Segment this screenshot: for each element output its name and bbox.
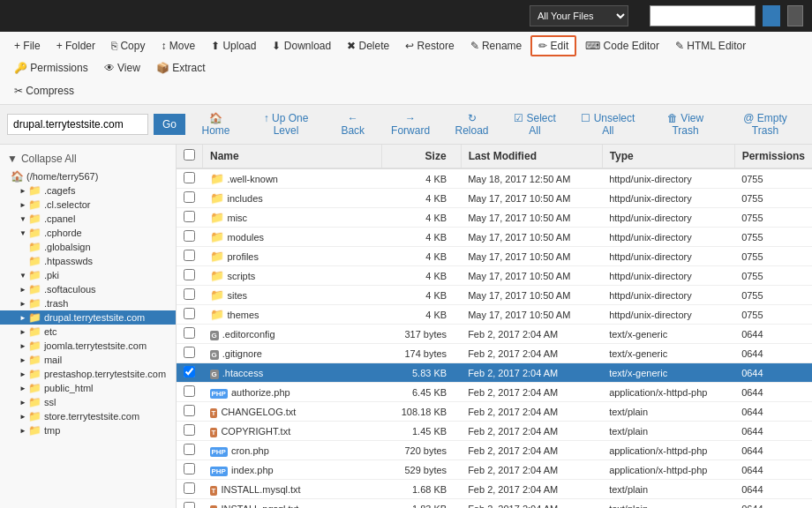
up-one-level-button[interactable]: ↑ Up One Level	[246, 108, 326, 140]
file-tree: 🏠(/home/terry567)► 📁.cagefs► 📁.cl.select…	[0, 168, 176, 439]
search-input[interactable]	[650, 5, 756, 26]
select-all-checkbox[interactable]	[184, 149, 195, 161]
move-button[interactable]: ↕ Move	[154, 36, 202, 56]
table-row[interactable]: 📁themes4 KBMay 17, 2017 10:50 AMhttpd/un…	[177, 305, 812, 325]
view-trash-button[interactable]: 🗑 View Trash	[649, 108, 722, 140]
tree-item[interactable]: ► 📁etc	[0, 325, 176, 339]
table-row[interactable]: TINSTALL.mysql.txt1.68 KBFeb 2, 2017 2:0…	[177, 480, 812, 499]
row-checkbox[interactable]	[184, 250, 195, 261]
col-header-name[interactable]: Name	[203, 145, 382, 168]
row-checkbox[interactable]	[184, 463, 195, 474]
settings-button[interactable]	[787, 5, 803, 26]
row-checkbox[interactable]	[184, 482, 195, 494]
row-checkbox[interactable]	[184, 327, 195, 339]
view-button[interactable]: 👁 View	[97, 58, 147, 78]
file-area: Name Size Last Modified Type Permissions…	[177, 145, 812, 508]
path-input[interactable]	[7, 114, 148, 135]
tree-item[interactable]: 🏠(/home/terry567)	[0, 169, 176, 183]
row-checkbox[interactable]	[184, 191, 195, 203]
home-button[interactable]: 🏠 Home	[189, 108, 243, 140]
row-checkbox[interactable]	[184, 269, 195, 280]
table-row[interactable]: 📁.well-known4 KBMay 18, 2017 12:50 AMhtt…	[177, 168, 812, 189]
col-header-checkbox[interactable]	[177, 145, 203, 168]
row-checkbox[interactable]	[184, 211, 195, 222]
table-row[interactable]: TCHANGELOG.txt108.18 KBFeb 2, 2017 2:04 …	[177, 402, 812, 422]
row-checkbox[interactable]	[184, 424, 195, 436]
tree-item[interactable]: ▼ 📁.cphorde	[0, 226, 176, 240]
table-row[interactable]: G.editorconfig317 bytesFeb 2, 2017 2:04 …	[177, 325, 812, 344]
col-header-modified[interactable]: Last Modified	[461, 145, 602, 168]
table-row[interactable]: PHPauthorize.php6.45 KBFeb 2, 2017 2:04 …	[177, 383, 812, 402]
row-checkbox[interactable]	[184, 308, 195, 319]
table-row[interactable]: G.htaccess5.83 KBFeb 2, 2017 2:04 AMtext…	[177, 363, 812, 383]
select-all-button[interactable]: ☑ Select All	[503, 108, 568, 140]
tree-item[interactable]: ► 📁drupal.terrytestsite.com	[0, 310, 176, 325]
tree-item[interactable]: ► 📁tmp	[0, 423, 176, 437]
tree-item[interactable]: ► 📁.softaculous	[0, 282, 176, 296]
extract-button[interactable]: 📦 Extract	[149, 58, 213, 78]
row-checkbox[interactable]	[184, 502, 195, 508]
tree-item[interactable]: ► 📁joomla.terrytestsite.com	[0, 339, 176, 353]
rename-button[interactable]: ✎ Rename	[463, 36, 530, 56]
row-checkbox[interactable]	[184, 385, 195, 397]
collapse-all-button[interactable]: ▼ Collapse All	[0, 150, 176, 168]
collapse-icon: ▼	[7, 153, 18, 165]
row-checkbox[interactable]	[184, 288, 195, 300]
table-row[interactable]: 📁scripts4 KBMay 17, 2017 10:50 AMhttpd/u…	[177, 266, 812, 286]
copy-button[interactable]: ⎘ Copy	[104, 36, 152, 56]
restore-button[interactable]: ↩ Restore	[398, 36, 461, 56]
tree-item[interactable]: 📁.htpasswds	[0, 254, 176, 268]
row-checkbox[interactable]	[184, 347, 195, 358]
empty-trash-button[interactable]: @ Empty Trash	[726, 108, 805, 140]
path-go-button[interactable]: Go	[154, 114, 185, 135]
upload-button[interactable]: ⬆ Upload	[204, 36, 263, 56]
tree-item[interactable]: ► 📁.cl.selector	[0, 198, 176, 212]
edit-button[interactable]: ✏ Edit	[530, 35, 576, 56]
header: All Your Files File Names Only	[0, 0, 812, 32]
add-file-button[interactable]: + File	[7, 36, 48, 56]
search-scope-select[interactable]: All Your Files File Names Only	[530, 5, 628, 26]
row-checkbox[interactable]	[184, 366, 195, 377]
table-row[interactable]: TINSTALL.pgsql.txt1.83 KBFeb 2, 2017 2:0…	[177, 499, 812, 509]
col-header-size[interactable]: Size	[381, 145, 461, 168]
tree-item[interactable]: ► 📁.trash	[0, 296, 176, 310]
row-checkbox[interactable]	[184, 230, 195, 242]
add-folder-button[interactable]: + Folder	[49, 36, 102, 56]
main-area: ▼ Collapse All 🏠(/home/terry567)► 📁.cage…	[0, 145, 812, 508]
row-checkbox[interactable]	[184, 444, 195, 455]
tree-item[interactable]: ► 📁ssl	[0, 395, 176, 409]
table-row[interactable]: PHPcron.php720 bytesFeb 2, 2017 2:04 AMa…	[177, 441, 812, 460]
tree-item[interactable]: ▼ 📁.cpanel	[0, 212, 176, 226]
delete-button[interactable]: ✖ Delete	[340, 36, 396, 56]
back-button[interactable]: ← Back	[329, 108, 377, 140]
forward-button[interactable]: → Forward	[380, 108, 441, 140]
permissions-button[interactable]: 🔑 Permissions	[7, 58, 95, 78]
table-row[interactable]: TCOPYRIGHT.txt1.45 KBFeb 2, 2017 2:04 AM…	[177, 422, 812, 441]
code-editor-button[interactable]: ⌨ Code Editor	[578, 36, 666, 56]
table-row[interactable]: 📁sites4 KBMay 17, 2017 10:50 AMhttpd/uni…	[177, 286, 812, 305]
reload-button[interactable]: ↻ Reload	[445, 108, 500, 140]
col-header-type[interactable]: Type	[602, 145, 734, 168]
table-row[interactable]: PHPindex.php529 bytesFeb 2, 2017 2:04 AM…	[177, 460, 812, 480]
tree-item[interactable]: ► 📁store.terrytestsite.com	[0, 409, 176, 423]
tree-item[interactable]: ► 📁mail	[0, 353, 176, 367]
tree-item[interactable]: ► 📁public_html	[0, 381, 176, 395]
collapse-label: Collapse All	[21, 153, 77, 165]
unselect-all-button[interactable]: ☐ Unselect All	[570, 108, 645, 140]
download-button[interactable]: ⬇ Download	[265, 36, 338, 56]
tree-item[interactable]: 📁.globalsign	[0, 240, 176, 254]
table-row[interactable]: 📁includes4 KBMay 17, 2017 10:50 AMhttpd/…	[177, 189, 812, 208]
html-editor-button[interactable]: ✎ HTML Editor	[668, 36, 753, 56]
table-row[interactable]: 📁profiles4 KBMay 17, 2017 10:50 AMhttpd/…	[177, 247, 812, 266]
tree-item[interactable]: ▼ 📁.pki	[0, 268, 176, 282]
row-checkbox[interactable]	[184, 172, 195, 183]
table-row[interactable]: G.gitignore174 bytesFeb 2, 2017 2:04 AMt…	[177, 344, 812, 363]
tree-item[interactable]: ► 📁.cagefs	[0, 183, 176, 198]
table-row[interactable]: 📁misc4 KBMay 17, 2017 10:50 AMhttpd/unix…	[177, 208, 812, 228]
col-header-permissions[interactable]: Permissions	[734, 145, 812, 168]
compress-button[interactable]: ✂ Compress	[7, 81, 81, 101]
table-row[interactable]: 📁modules4 KBMay 17, 2017 10:50 AMhttpd/u…	[177, 228, 812, 247]
tree-item[interactable]: ► 📁prestashop.terrytestsite.com	[0, 367, 176, 381]
search-go-button[interactable]	[763, 5, 780, 26]
row-checkbox[interactable]	[184, 405, 195, 416]
